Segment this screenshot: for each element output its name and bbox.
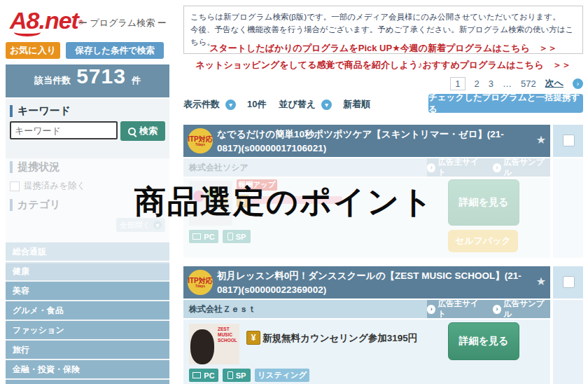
advertiser-site-link[interactable]: ›広告主サイト [427, 299, 484, 320]
arrow-right-icon: › [427, 305, 435, 314]
overlay-title: 商品選定のポイント [134, 181, 434, 223]
list-controls: 表示件数 ▾ 10件 並び替え ▾ 新着順 [183, 97, 370, 112]
category-item-gourmet[interactable]: グルメ・食品 [6, 301, 169, 320]
search-button-label: 検索 [139, 125, 158, 137]
promo-link-new-programs[interactable]: スタートしたばかりのプログラムをPick UP★今週の新着プログラムはこちら ＞… [183, 42, 583, 55]
program-title-link[interactable]: なでるだけの簡単10秒ポツポツケア【スキントリマー・ゼロ】(21-0817)(s… [217, 128, 525, 156]
program-title-link[interactable]: 初月レッスン料0円！ダンススクールの【ZEST MUSIC SCHOOL】(21… [217, 269, 525, 298]
sort-label: 並び替え [279, 98, 316, 111]
reward-text: 新規無料カウンセリング参加3195円 [262, 332, 417, 345]
sp-badge-label: SP [236, 371, 246, 380]
result-count-box: 該当件数 5713 件 [6, 64, 169, 97]
advertiser-links: ›広告主サイト ›広告サンプル [427, 300, 550, 318]
program-checkbox[interactable] [563, 276, 575, 288]
display-count-value: 10件 [247, 98, 266, 111]
category-item-finance[interactable]: 金融・投資・保険 [6, 360, 169, 378]
thumbnail-person [190, 329, 214, 364]
page-last-link[interactable]: 572 [521, 78, 536, 89]
listing-2-side-column [553, 300, 583, 384]
logo-underline-swoosh [14, 28, 41, 36]
ad-sample-link[interactable]: ›広告サンプル [493, 299, 550, 320]
result-count-label: 該当件数 [34, 74, 71, 87]
saved-search-button[interactable]: 保存した条件で検索 [66, 42, 164, 59]
sp-device-badge: SP [223, 369, 251, 382]
sort-dropdown-icon[interactable]: ▾ [321, 100, 332, 110]
keyword-input[interactable] [10, 121, 118, 139]
category-item-fashion[interactable]: ファッション [6, 321, 169, 339]
smartphone-icon [227, 371, 233, 379]
display-count-dropdown-icon[interactable]: ▾ [225, 100, 236, 110]
listing-2-header: ITP対応 7days 初月レッスン料0円！ダンススクールの【ZEST MUSI… [183, 266, 550, 299]
result-count-value: 5713 [76, 64, 126, 88]
favorite-star-icon[interactable]: ★ [536, 275, 546, 288]
category-item-beauty[interactable]: 美容 [6, 282, 169, 300]
page-1-current[interactable]: 1 [450, 77, 465, 90]
favorite-star-icon[interactable]: ★ [536, 133, 546, 146]
itp-badge-days: 7days [195, 284, 205, 288]
ad-sample-label: 広告サンプル [503, 299, 550, 320]
sort-value: 新着順 [343, 98, 370, 111]
itp-badge-label: ITP対応 [188, 136, 213, 143]
listing-2-checkbox-cell [553, 266, 583, 299]
beta-notice-line1: こちらは新プログラム検索(β版)です。一部のメディア会員様にのみ公開させていただ… [190, 11, 576, 24]
advertiser-name: 株式会社Ｚｅｓｔ [183, 300, 427, 318]
a8net-program-search-page: A8.net® ー プログラム検索 ー こちらは新プログラム検索(β版)です。一… [0, 0, 588, 384]
yen-badge-icon: ¥ [246, 331, 260, 345]
thumbnail-logo-text: ZEST MUSIC SCHOOL [218, 327, 239, 343]
display-count-label: 表示件数 [183, 98, 220, 111]
result-count-unit: 件 [132, 74, 141, 87]
page-3-link[interactable]: 3 [489, 78, 493, 89]
favorites-button[interactable]: お気に入り [6, 42, 60, 59]
listing-1-checkbox-cell [553, 125, 583, 157]
listing-type-badge: リスティング [255, 369, 309, 382]
itp-badge: ITP対応 7days [188, 270, 213, 295]
white-overlay-sidebar [0, 263, 174, 280]
pc-badge-label: PC [204, 371, 214, 380]
next-page-link[interactable]: 次へ [545, 77, 564, 90]
page-ellipsis: … [503, 78, 512, 89]
program-checkbox[interactable] [563, 135, 575, 146]
search-button[interactable]: 検索 [120, 121, 165, 141]
program-listing-2: ITP対応 7days 初月レッスン料0円！ダンススクールの【ZEST MUSI… [183, 266, 583, 384]
category-item-realestate[interactable]: 不動産・引越し [6, 380, 169, 384]
promo-link-recommended-programs[interactable]: ネットショッピングをしてる感覚で商品を紹介しよう♪おすすめプログラムはこちら ＞… [183, 59, 583, 71]
program-thumbnail: ZEST MUSIC SCHOOL [189, 324, 239, 364]
listing-2-body: ZEST MUSIC SCHOOL ¥ 新規無料カウンセリング参加3195円 詳… [183, 320, 550, 384]
keyword-heading: キーワード [10, 105, 71, 117]
itp-badge: ITP対応 7days [188, 128, 213, 153]
itp-badge-label: ITP対応 [188, 277, 213, 284]
search-icon [128, 128, 136, 135]
bulk-partner-button[interactable]: チェックしたプログラムと一括提携する [428, 94, 583, 113]
pc-device-badge: PC [189, 369, 218, 382]
page-2-link[interactable]: 2 [475, 78, 479, 89]
next-page-arrow-icon[interactable]: › [573, 78, 583, 89]
advertiser-site-label: 広告主サイト [438, 299, 484, 320]
pc-icon [192, 372, 201, 378]
detail-button[interactable]: 詳細を見る [448, 322, 519, 360]
listing-1-header: ITP対応 7days なでるだけの簡単10秒ポツポツケア【スキントリマー・ゼロ… [183, 125, 550, 157]
category-item-travel[interactable]: 旅行 [6, 341, 169, 359]
page-subtitle: ー プログラム検索 ー [78, 17, 167, 29]
pagination: 1 2 3 … 572 次へ › [392, 76, 583, 91]
arrow-right-icon: › [493, 305, 501, 314]
itp-badge-days: 7days [195, 143, 205, 146]
